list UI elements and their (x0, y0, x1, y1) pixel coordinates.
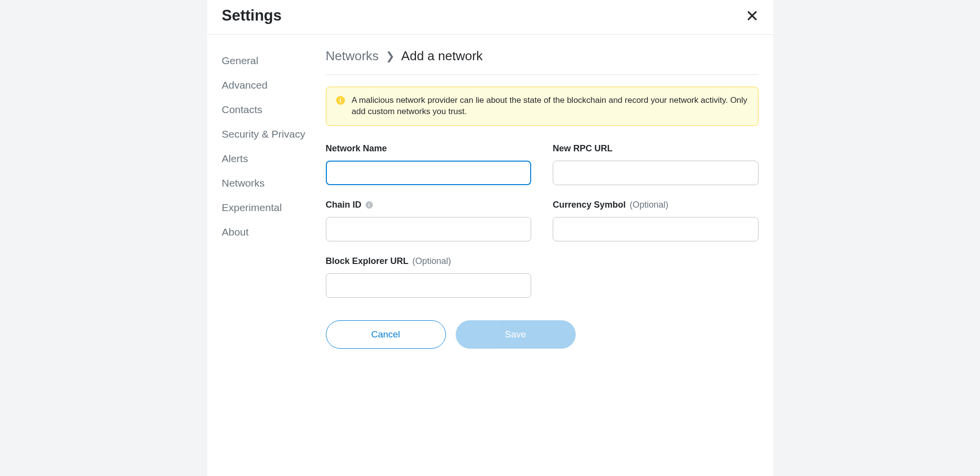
breadcrumb-parent[interactable]: Networks (326, 48, 379, 64)
field-chain-id: Chain ID i (326, 200, 532, 241)
sidebar-item-about[interactable]: About (222, 220, 326, 244)
close-button[interactable] (746, 9, 759, 22)
field-currency-symbol: Currency Symbol (Optional) (553, 200, 759, 241)
tooltip-icon[interactable]: i (366, 201, 373, 209)
settings-modal: Settings General Advanced Contacts Secur… (207, 0, 773, 476)
cancel-button[interactable]: Cancel (326, 320, 446, 349)
modal-header: Settings (207, 0, 773, 35)
form-buttons: Cancel Save (326, 320, 759, 349)
label-chain-id: Chain ID i (326, 200, 532, 210)
sidebar-item-networks[interactable]: Networks (222, 171, 326, 195)
chevron-right-icon: ❯ (386, 50, 394, 63)
field-rpc-url: New RPC URL (553, 143, 759, 185)
sidebar-item-experimental[interactable]: Experimental (222, 195, 326, 220)
warning-text: A malicious network provider can lie abo… (352, 95, 748, 118)
label-block-explorer: Block Explorer URL (Optional) (326, 256, 532, 266)
info-icon: i (336, 96, 345, 105)
sidebar-item-security-privacy[interactable]: Security & Privacy (222, 122, 326, 146)
input-currency-symbol[interactable] (553, 217, 759, 241)
label-network-name: Network Name (326, 143, 532, 154)
label-currency-symbol: Currency Symbol (Optional) (553, 200, 759, 210)
sidebar-item-contacts[interactable]: Contacts (222, 97, 326, 122)
modal-title: Settings (222, 7, 282, 24)
input-rpc-url[interactable] (553, 161, 759, 185)
warning-banner: i A malicious network provider can lie a… (326, 87, 759, 126)
breadcrumb: Networks ❯ Add a network (326, 48, 759, 75)
network-form: Network Name New RPC URL Chain ID i (326, 143, 759, 298)
label-rpc-url: New RPC URL (553, 143, 759, 154)
breadcrumb-current: Add a network (401, 48, 483, 64)
field-block-explorer: Block Explorer URL (Optional) (326, 256, 532, 298)
settings-sidebar: General Advanced Contacts Security & Pri… (207, 35, 326, 349)
sidebar-item-general[interactable]: General (222, 48, 326, 73)
close-icon (746, 9, 759, 22)
sidebar-item-advanced[interactable]: Advanced (222, 73, 326, 97)
input-chain-id[interactable] (326, 217, 532, 241)
input-network-name[interactable] (326, 161, 532, 185)
save-button[interactable]: Save (456, 320, 576, 349)
settings-content: Networks ❯ Add a network i A malicious n… (326, 35, 773, 349)
sidebar-item-alerts[interactable]: Alerts (222, 146, 326, 171)
modal-body: General Advanced Contacts Security & Pri… (207, 35, 773, 349)
input-block-explorer[interactable] (326, 273, 532, 298)
field-network-name: Network Name (326, 143, 532, 185)
